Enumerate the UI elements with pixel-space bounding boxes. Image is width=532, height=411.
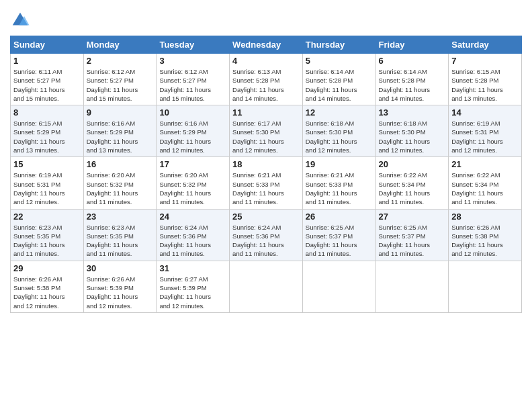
day-number: 25 bbox=[232, 212, 300, 222]
calendar-day-cell bbox=[302, 261, 375, 312]
day-info: Sunrise: 6:23 AMSunset: 5:35 PMDaylight:… bbox=[13, 223, 81, 259]
day-number: 7 bbox=[451, 56, 519, 66]
day-number: 4 bbox=[232, 56, 300, 66]
day-number: 3 bbox=[159, 56, 226, 66]
day-number: 22 bbox=[13, 212, 81, 222]
calendar-day-cell: 30 Sunrise: 6:26 AMSunset: 5:39 PMDaylig… bbox=[83, 261, 157, 312]
day-number: 5 bbox=[306, 56, 373, 66]
header-tuesday: Tuesday bbox=[157, 36, 230, 54]
calendar-day-cell: 23 Sunrise: 6:23 AMSunset: 5:35 PMDaylig… bbox=[83, 209, 157, 261]
day-number: 1 bbox=[13, 56, 81, 66]
day-info: Sunrise: 6:21 AMSunset: 5:33 PMDaylight:… bbox=[232, 171, 300, 206]
calendar-table: Sunday Monday Tuesday Wednesday Thursday… bbox=[10, 36, 522, 313]
day-info: Sunrise: 6:19 AMSunset: 5:31 PMDaylight:… bbox=[451, 119, 519, 154]
calendar-day-cell: 3 Sunrise: 6:12 AMSunset: 5:27 PMDayligh… bbox=[157, 54, 230, 105]
header bbox=[10, 7, 522, 30]
calendar-day-cell: 16 Sunrise: 6:20 AMSunset: 5:32 PMDaylig… bbox=[83, 157, 157, 209]
day-info: Sunrise: 6:24 AMSunset: 5:36 PMDaylight:… bbox=[159, 223, 226, 259]
day-number: 24 bbox=[159, 212, 226, 222]
day-number: 26 bbox=[306, 212, 373, 222]
day-number: 30 bbox=[87, 263, 154, 273]
day-number: 2 bbox=[87, 56, 154, 66]
day-info: Sunrise: 6:15 AMSunset: 5:28 PMDaylight:… bbox=[451, 67, 519, 103]
header-sunday: Sunday bbox=[11, 36, 84, 54]
calendar-day-cell: 6 Sunrise: 6:14 AMSunset: 5:28 PMDayligh… bbox=[375, 54, 449, 105]
day-info: Sunrise: 6:25 AMSunset: 5:37 PMDaylight:… bbox=[306, 223, 373, 259]
calendar-day-cell: 22 Sunrise: 6:23 AMSunset: 5:35 PMDaylig… bbox=[11, 209, 84, 261]
calendar-week-row: 15 Sunrise: 6:19 AMSunset: 5:31 PMDaylig… bbox=[11, 157, 522, 209]
calendar-day-cell: 18 Sunrise: 6:21 AMSunset: 5:33 PMDaylig… bbox=[230, 157, 303, 209]
calendar-week-row: 8 Sunrise: 6:15 AMSunset: 5:29 PMDayligh… bbox=[11, 105, 522, 157]
calendar-day-cell: 25 Sunrise: 6:24 AMSunset: 5:36 PMDaylig… bbox=[230, 209, 303, 261]
day-number: 20 bbox=[379, 159, 446, 169]
day-number: 17 bbox=[159, 159, 226, 169]
calendar-day-cell: 20 Sunrise: 6:22 AMSunset: 5:34 PMDaylig… bbox=[375, 157, 449, 209]
day-info: Sunrise: 6:12 AMSunset: 5:27 PMDaylight:… bbox=[159, 67, 226, 103]
day-info: Sunrise: 6:17 AMSunset: 5:30 PMDaylight:… bbox=[232, 119, 300, 154]
day-number: 13 bbox=[379, 107, 446, 118]
calendar-day-cell bbox=[375, 261, 449, 312]
day-number: 8 bbox=[13, 107, 81, 118]
day-number: 29 bbox=[13, 263, 81, 273]
calendar-day-cell: 4 Sunrise: 6:13 AMSunset: 5:28 PMDayligh… bbox=[230, 54, 303, 105]
calendar-day-cell: 19 Sunrise: 6:21 AMSunset: 5:33 PMDaylig… bbox=[302, 157, 375, 209]
calendar-day-cell: 12 Sunrise: 6:18 AMSunset: 5:30 PMDaylig… bbox=[302, 105, 375, 157]
day-number: 16 bbox=[87, 159, 154, 169]
day-info: Sunrise: 6:16 AMSunset: 5:29 PMDaylight:… bbox=[159, 119, 226, 154]
day-info: Sunrise: 6:20 AMSunset: 5:32 PMDaylight:… bbox=[87, 171, 154, 206]
day-number: 27 bbox=[379, 212, 446, 222]
calendar-day-cell: 5 Sunrise: 6:14 AMSunset: 5:28 PMDayligh… bbox=[302, 54, 375, 105]
calendar-day-cell: 27 Sunrise: 6:25 AMSunset: 5:37 PMDaylig… bbox=[375, 209, 449, 261]
day-number: 9 bbox=[87, 107, 154, 118]
day-info: Sunrise: 6:25 AMSunset: 5:37 PMDaylight:… bbox=[379, 223, 446, 259]
day-info: Sunrise: 6:16 AMSunset: 5:29 PMDaylight:… bbox=[87, 119, 154, 154]
calendar-day-cell: 14 Sunrise: 6:19 AMSunset: 5:31 PMDaylig… bbox=[449, 105, 522, 157]
day-info: Sunrise: 6:14 AMSunset: 5:28 PMDaylight:… bbox=[306, 67, 373, 103]
day-number: 31 bbox=[159, 263, 226, 273]
logo-icon bbox=[10, 10, 30, 30]
day-info: Sunrise: 6:18 AMSunset: 5:30 PMDaylight:… bbox=[306, 119, 373, 154]
day-number: 6 bbox=[379, 56, 446, 66]
day-info: Sunrise: 6:11 AMSunset: 5:27 PMDaylight:… bbox=[13, 67, 81, 103]
calendar-week-row: 29 Sunrise: 6:26 AMSunset: 5:38 PMDaylig… bbox=[11, 261, 522, 312]
day-number: 10 bbox=[159, 107, 226, 118]
day-info: Sunrise: 6:24 AMSunset: 5:36 PMDaylight:… bbox=[232, 223, 300, 259]
calendar-day-cell: 1 Sunrise: 6:11 AMSunset: 5:27 PMDayligh… bbox=[11, 54, 84, 105]
day-number: 11 bbox=[232, 107, 300, 118]
day-info: Sunrise: 6:15 AMSunset: 5:29 PMDaylight:… bbox=[13, 119, 81, 154]
day-info: Sunrise: 6:13 AMSunset: 5:28 PMDaylight:… bbox=[232, 67, 300, 103]
day-info: Sunrise: 6:12 AMSunset: 5:27 PMDaylight:… bbox=[87, 67, 154, 103]
calendar-day-cell: 11 Sunrise: 6:17 AMSunset: 5:30 PMDaylig… bbox=[230, 105, 303, 157]
calendar-day-cell: 15 Sunrise: 6:19 AMSunset: 5:31 PMDaylig… bbox=[11, 157, 84, 209]
day-number: 21 bbox=[451, 159, 519, 169]
day-info: Sunrise: 6:27 AMSunset: 5:39 PMDaylight:… bbox=[159, 275, 226, 310]
header-friday: Friday bbox=[375, 36, 449, 54]
header-saturday: Saturday bbox=[449, 36, 522, 54]
logo bbox=[10, 10, 32, 30]
day-info: Sunrise: 6:26 AMSunset: 5:38 PMDaylight:… bbox=[13, 275, 81, 310]
calendar-day-cell: 9 Sunrise: 6:16 AMSunset: 5:29 PMDayligh… bbox=[83, 105, 157, 157]
header-wednesday: Wednesday bbox=[230, 36, 303, 54]
calendar-day-cell: 28 Sunrise: 6:26 AMSunset: 5:38 PMDaylig… bbox=[449, 209, 522, 261]
day-info: Sunrise: 6:22 AMSunset: 5:34 PMDaylight:… bbox=[379, 171, 446, 206]
calendar-day-cell: 8 Sunrise: 6:15 AMSunset: 5:29 PMDayligh… bbox=[11, 105, 84, 157]
day-number: 12 bbox=[306, 107, 373, 118]
calendar-day-cell bbox=[230, 261, 303, 312]
day-number: 28 bbox=[451, 212, 519, 222]
calendar-header-row: Sunday Monday Tuesday Wednesday Thursday… bbox=[11, 36, 522, 54]
calendar-day-cell: 17 Sunrise: 6:20 AMSunset: 5:32 PMDaylig… bbox=[157, 157, 230, 209]
day-info: Sunrise: 6:22 AMSunset: 5:34 PMDaylight:… bbox=[451, 171, 519, 206]
day-number: 23 bbox=[87, 212, 154, 222]
day-info: Sunrise: 6:19 AMSunset: 5:31 PMDaylight:… bbox=[13, 171, 81, 206]
calendar-day-cell: 7 Sunrise: 6:15 AMSunset: 5:28 PMDayligh… bbox=[449, 54, 522, 105]
calendar-day-cell: 21 Sunrise: 6:22 AMSunset: 5:34 PMDaylig… bbox=[449, 157, 522, 209]
day-info: Sunrise: 6:26 AMSunset: 5:39 PMDaylight:… bbox=[87, 275, 154, 310]
calendar-week-row: 1 Sunrise: 6:11 AMSunset: 5:27 PMDayligh… bbox=[11, 54, 522, 105]
header-monday: Monday bbox=[83, 36, 157, 54]
day-info: Sunrise: 6:26 AMSunset: 5:38 PMDaylight:… bbox=[451, 223, 519, 259]
day-info: Sunrise: 6:14 AMSunset: 5:28 PMDaylight:… bbox=[379, 67, 446, 103]
day-number: 18 bbox=[232, 159, 300, 169]
calendar-day-cell: 24 Sunrise: 6:24 AMSunset: 5:36 PMDaylig… bbox=[157, 209, 230, 261]
day-info: Sunrise: 6:21 AMSunset: 5:33 PMDaylight:… bbox=[306, 171, 373, 206]
calendar-day-cell bbox=[449, 261, 522, 312]
